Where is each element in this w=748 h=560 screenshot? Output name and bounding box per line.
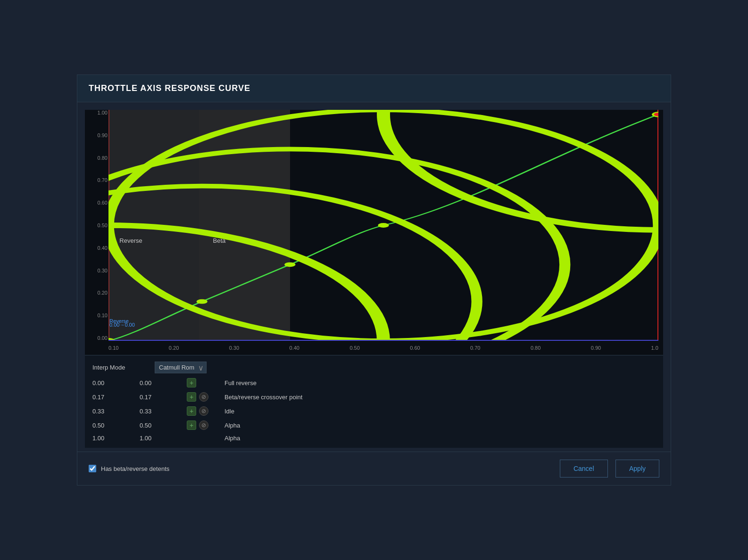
interp-select-wrapper[interactable]: Catmull Rom Linear Bezier [155, 362, 207, 373]
cancel-button[interactable]: Cancel [560, 460, 608, 478]
y-label-0.80: 0.80 [87, 155, 108, 161]
y-label-0.70: 0.70 [87, 177, 108, 183]
cell-x-2: 0.33 [92, 408, 140, 415]
footer-buttons: Cancel Apply [560, 460, 659, 478]
x-label-0.40: 0.40 [290, 345, 299, 351]
x-label-0.20: 0.20 [169, 345, 179, 351]
y-label-0.30: 0.30 [87, 268, 108, 273]
remove-point-button-2[interactable]: ⊘ [199, 406, 208, 416]
table-row: 0.00 0.00 + Full reverse [85, 376, 663, 390]
remove-point-button-1[interactable]: ⊘ [199, 392, 208, 402]
cell-y-1: 0.17 [140, 394, 187, 401]
interp-row: Interp Mode Catmull Rom Linear Bezier [85, 359, 663, 376]
cell-x-4: 1.00 [92, 435, 140, 442]
x-label-1.0: 1.0 [651, 345, 658, 351]
y-label-0.90: 0.90 [87, 132, 108, 138]
interp-mode-label: Interp Mode [92, 364, 149, 371]
x-label-0.30: 0.30 [229, 345, 239, 351]
x-axis: 0.10 0.20 0.30 0.40 0.50 0.60 0.70 0.80 … [108, 341, 658, 355]
checkbox-area: Has beta/reverse detents [89, 465, 169, 472]
x-label-0.80: 0.80 [531, 345, 540, 351]
y-label-0.00: 0.00 [87, 335, 108, 341]
cell-label-2: Idle [224, 408, 656, 415]
add-point-button-2[interactable]: + [187, 406, 196, 416]
y-label-0.10: 0.10 [87, 313, 108, 318]
interp-mode-select[interactable]: Catmull Rom Linear Bezier [155, 362, 207, 373]
table-row: 0.33 0.33 + ⊘ Idle [85, 404, 663, 418]
add-point-button-1[interactable]: + [187, 392, 196, 402]
y-axis: 1.00 0.90 0.80 0.70 0.60 0.50 0.40 0.30 … [85, 110, 108, 341]
chart-area: 1.00 0.90 0.80 0.70 0.60 0.50 0.40 0.30 … [85, 110, 663, 355]
cell-y-2: 0.33 [140, 408, 187, 415]
cell-actions-3: + ⊘ [187, 420, 224, 430]
y-label-0.40: 0.40 [87, 245, 108, 251]
y-label-0.60: 0.60 [87, 200, 108, 206]
add-point-button-0[interactable]: + [187, 378, 196, 387]
chart-inner[interactable]: Reverse Beta Reverse 0.00→0.00 [108, 110, 658, 341]
cell-y-3: 0.50 [140, 422, 187, 429]
cell-label-0: Full reverse [224, 379, 656, 387]
table-row: 0.17 0.17 + ⊘ Beta/reverse crossover poi… [85, 390, 663, 404]
footer: Has beta/reverse detents Cancel Apply [77, 452, 671, 485]
svg-point-4 [378, 223, 389, 228]
x-label-0.70: 0.70 [470, 345, 480, 351]
x-label-0.60: 0.60 [410, 345, 420, 351]
cell-y-0: 0.00 [140, 379, 187, 387]
cell-actions-0: + [187, 378, 224, 387]
cell-label-3: Alpha [224, 422, 656, 429]
y-label-0.50: 0.50 [87, 222, 108, 228]
cell-label-4: Alpha [224, 435, 656, 442]
table-row: 0.50 0.50 + ⊘ Alpha [85, 418, 663, 432]
dialog: THROTTLE AXIS RESPONSE CURVE 1.00 0.90 0… [77, 74, 671, 486]
cell-x-3: 0.50 [92, 422, 140, 429]
title-bar: THROTTLE AXIS RESPONSE CURVE [77, 75, 671, 102]
x-label-0.10: 0.10 [108, 345, 118, 351]
add-point-button-3[interactable]: + [187, 420, 196, 430]
dialog-title: THROTTLE AXIS RESPONSE CURVE [89, 83, 250, 93]
x-label-0.50: 0.50 [349, 345, 359, 351]
x-label-0.90: 0.90 [591, 345, 601, 351]
inline-zero-label: 0.00→0.00 [109, 322, 135, 328]
cell-label-1: Beta/reverse crossover point [224, 394, 656, 401]
cell-x-0: 0.00 [92, 379, 140, 387]
cell-actions-2: + ⊘ [187, 406, 224, 416]
cell-x-1: 0.17 [92, 394, 140, 401]
y-label-0.20: 0.20 [87, 290, 108, 296]
detents-checkbox[interactable] [89, 465, 96, 472]
cell-y-4: 1.00 [140, 435, 187, 442]
detents-label: Has beta/reverse detents [101, 465, 169, 472]
apply-button[interactable]: Apply [615, 460, 659, 478]
table-area: Interp Mode Catmull Rom Linear Bezier 0.… [85, 355, 663, 448]
cell-actions-1: + ⊘ [187, 392, 224, 402]
y-label-1.00: 1.00 [87, 110, 108, 115]
table-row: 1.00 1.00 Alpha [85, 432, 663, 444]
response-curve-svg [108, 110, 658, 341]
remove-point-button-3[interactable]: ⊘ [199, 420, 208, 430]
